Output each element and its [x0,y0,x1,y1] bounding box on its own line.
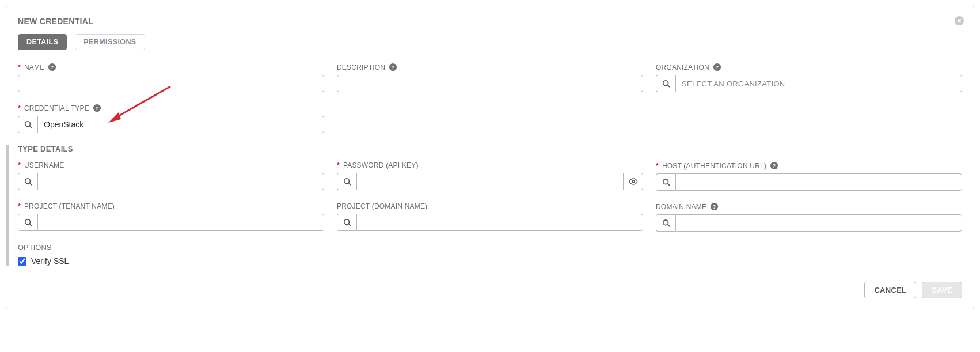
tab-details[interactable]: DETAILS [18,34,67,50]
help-icon[interactable]: ? [713,63,721,71]
reveal-password-button[interactable] [624,173,643,190]
required-marker: * [337,161,340,169]
credential-type-lookup-button[interactable] [18,116,37,133]
domain-name-label: DOMAIN NAME [656,203,706,211]
svg-point-22 [663,179,668,184]
svg-text:?: ? [95,105,98,111]
project-tenant-label: PROJECT (TENANT NAME) [24,202,115,210]
svg-line-12 [29,126,32,128]
svg-point-19 [632,180,635,183]
svg-line-16 [29,183,32,186]
name-label: NAME [24,63,44,71]
svg-text:?: ? [773,163,776,169]
svg-text:?: ? [713,204,716,210]
svg-text:?: ? [715,65,719,70]
field-host: * HOST (AUTHENTICATION URL) ? [656,161,962,191]
credential-type-label: CREDENTIAL TYPE [24,104,89,112]
required-marker: * [18,161,21,169]
field-username: * USERNAME [18,161,324,191]
type-details-title: TYPE DETAILS [18,145,962,153]
field-credential-type: * CREDENTIAL TYPE ? OpenStack [18,104,324,133]
domain-name-input[interactable] [675,214,962,232]
svg-line-8 [667,85,670,88]
svg-point-15 [25,179,30,184]
organization-label: ORGANIZATION [656,63,709,71]
help-icon[interactable]: ? [770,161,778,170]
help-icon[interactable]: ? [48,63,56,71]
verify-ssl-row[interactable]: Verify SSL [18,256,962,266]
required-marker: * [656,162,659,170]
svg-text:?: ? [392,65,395,70]
name-input[interactable] [18,75,324,92]
svg-point-26 [344,219,349,225]
field-password: * PASSWORD (API KEY) [337,161,643,191]
project-domain-label: PROJECT (DOMAIN NAME) [337,202,427,210]
field-project-tenant: * PROJECT (TENANT NAME) [18,202,324,232]
svg-point-24 [25,219,30,225]
required-marker: * [18,63,21,71]
username-input[interactable] [37,173,324,190]
verify-ssl-checkbox[interactable] [18,257,26,266]
field-project-domain: PROJECT (DOMAIN NAME) [337,202,643,232]
help-icon[interactable]: ? [93,104,101,112]
search-icon[interactable] [337,214,356,231]
tabs: DETAILS PERMISSIONS [18,34,962,50]
panel-title: NEW CREDENTIAL [18,17,962,26]
svg-line-31 [667,225,670,227]
save-button[interactable]: SAVE [922,282,962,298]
verify-ssl-label: Verify SSL [31,256,69,266]
field-name: * NAME ? [18,63,324,92]
svg-line-23 [667,184,670,186]
field-organization: ORGANIZATION ? SELECT AN ORGANIZATION [656,63,962,92]
help-icon[interactable]: ? [389,63,397,71]
svg-text:?: ? [51,65,54,70]
svg-line-18 [348,183,351,186]
organization-lookup-button[interactable] [656,75,675,92]
type-details-section: TYPE DETAILS * USERNAME * PASSWORD (API … [6,145,962,266]
svg-point-17 [344,179,349,184]
username-label: USERNAME [24,161,64,169]
new-credential-panel: NEW CREDENTIAL DETAILS PERMISSIONS * NAM… [6,6,974,309]
required-marker: * [18,104,21,112]
svg-point-30 [663,220,668,225]
tab-permissions[interactable]: PERMISSIONS [75,34,145,50]
search-icon[interactable] [337,173,356,190]
host-label: HOST (AUTHENTICATION URL) [662,162,766,170]
svg-line-27 [348,224,351,226]
password-label: PASSWORD (API KEY) [343,161,419,169]
credential-type-input[interactable]: OpenStack [37,116,324,133]
footer: CANCEL SAVE [18,282,962,298]
description-label: DESCRIPTION [337,63,385,71]
search-icon[interactable] [656,173,675,191]
host-input[interactable] [675,173,962,191]
required-marker: * [18,202,21,210]
field-domain-name: DOMAIN NAME ? [656,202,962,232]
project-domain-input[interactable] [356,214,643,231]
search-icon[interactable] [18,173,37,190]
search-icon[interactable] [656,214,675,232]
field-description: DESCRIPTION ? [337,63,643,92]
description-input[interactable] [337,75,643,92]
svg-line-25 [29,224,32,226]
options-heading: OPTIONS [18,243,962,252]
password-input[interactable] [356,173,624,190]
svg-point-11 [25,122,30,127]
help-icon[interactable]: ? [710,202,719,211]
svg-point-7 [663,81,668,86]
project-tenant-input[interactable] [37,214,324,231]
search-icon[interactable] [18,214,37,231]
organization-input[interactable]: SELECT AN ORGANIZATION [675,75,962,92]
cancel-button[interactable]: CANCEL [864,282,916,298]
close-icon[interactable] [954,16,964,26]
